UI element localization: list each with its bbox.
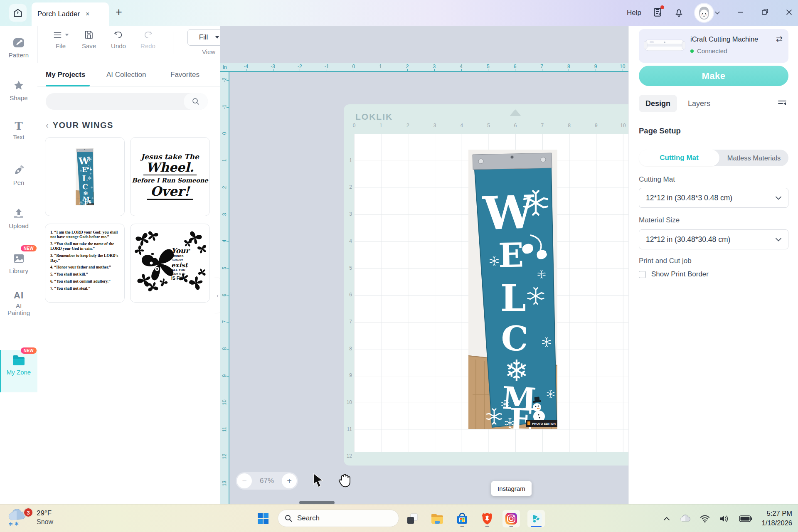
- avatar[interactable]: [695, 4, 713, 22]
- wifi-icon[interactable]: [700, 515, 710, 523]
- undo-icon: [113, 30, 124, 40]
- show-print-border-checkbox[interactable]: [639, 271, 646, 278]
- taskbar-instagram[interactable]: [502, 510, 520, 527]
- canvas-image-welcome-sign[interactable]: [468, 150, 557, 429]
- ruler-number-v: 10: [222, 398, 227, 407]
- sort-filter-icon[interactable]: [778, 100, 786, 107]
- zoom-in-button[interactable]: +: [282, 473, 297, 488]
- save-button[interactable]: Save: [82, 30, 96, 49]
- start-button[interactable]: [254, 510, 272, 527]
- tasklist-icon[interactable]: [652, 7, 663, 19]
- ruler-number: 3: [433, 64, 436, 69]
- project-card-jesus-take-the-wheel[interactable]: Jesus take The Wheel. Before I Run Someo…: [130, 137, 210, 216]
- mat-num: 10: [620, 123, 626, 128]
- battery-icon[interactable]: [739, 515, 752, 522]
- save-icon: [84, 30, 94, 40]
- sidebar-item-my-zone[interactable]: NEW My Zone: [0, 354, 37, 376]
- horizontal-scrollbar[interactable]: [299, 501, 335, 504]
- running-indicator: [461, 526, 464, 527]
- ruler-tick: [461, 69, 462, 71]
- new-tab-button[interactable]: +: [116, 6, 122, 19]
- minimize-button[interactable]: [737, 9, 744, 17]
- toggle-cutting-mat[interactable]: Cutting Mat: [639, 150, 719, 166]
- sidebar-item-ai-painting[interactable]: AI AI Painting: [0, 291, 37, 317]
- project-card-butterflies[interactable]: Your WINGS ALREADY exist ALL YOU have to…: [130, 224, 210, 303]
- chevron-down-icon[interactable]: [715, 11, 720, 15]
- sidebar-item-library[interactable]: NEW Library: [0, 252, 37, 274]
- new-badge: NEW: [21, 245, 37, 251]
- ruler-number-v: -1: [222, 102, 227, 111]
- taskbar-task-view[interactable]: [404, 510, 421, 527]
- ruler-number: 10: [620, 64, 625, 69]
- machine-card[interactable]: iCraft Cutting Machine Connected ⇄: [639, 29, 788, 63]
- pen-icon: [12, 164, 25, 177]
- taskbar-ms-store[interactable]: [453, 510, 471, 527]
- ruler-number-v: 8: [222, 344, 227, 353]
- close-tab-icon[interactable]: ×: [86, 10, 89, 18]
- back-chevron-icon[interactable]: ‹: [46, 121, 49, 130]
- toggle-matless-materials[interactable]: Matless Materials: [719, 150, 788, 166]
- ruler-tick-v: [227, 403, 229, 403]
- mat-rownum: 5: [345, 265, 352, 271]
- taskbar-search[interactable]: Search: [278, 510, 399, 527]
- close-button[interactable]: [786, 9, 792, 17]
- sidebar-item-text[interactable]: T Text: [0, 121, 37, 140]
- commandment-item: 4. “Honor your father and mother.”: [50, 265, 119, 269]
- weather-alert-badge: 3: [23, 507, 33, 517]
- tab-design[interactable]: Design: [639, 95, 677, 112]
- tab-ai-collection[interactable]: AI Collection: [106, 71, 146, 79]
- undo-button[interactable]: Undo: [111, 30, 126, 49]
- ruler-tick: [596, 69, 596, 71]
- tab-favorites[interactable]: Favorites: [170, 71, 200, 79]
- material-size-dropdown[interactable]: 12*12 in (30.48*30.48 cm): [639, 229, 788, 249]
- switch-machine-icon[interactable]: ⇄: [776, 34, 783, 44]
- machine-image: [644, 36, 685, 57]
- ruler-number: 9: [594, 64, 597, 69]
- ruler-number-v: 13: [222, 479, 227, 488]
- print-cut-label: Print and Cut job: [639, 257, 692, 265]
- ruler-tick-v: [227, 215, 229, 215]
- brave-icon: [481, 512, 493, 525]
- search-input[interactable]: [46, 93, 208, 110]
- zoom-out-button[interactable]: −: [237, 473, 252, 488]
- ruler-tick-v: [227, 268, 229, 269]
- toolbar-divider: [173, 32, 173, 54]
- file-menu-button[interactable]: File: [53, 30, 69, 49]
- tray-chevron-up-icon[interactable]: [663, 517, 670, 521]
- taskbar-loklik-app[interactable]: [527, 510, 545, 527]
- ai-icon: AI: [14, 291, 24, 300]
- restore-button[interactable]: [761, 8, 768, 17]
- help-link[interactable]: Help: [627, 9, 641, 17]
- cutting-mat-dropdown[interactable]: 12*12 in (30.48*3 0.48 cm): [639, 188, 788, 208]
- ruler-tick: [434, 69, 435, 71]
- home-button[interactable]: [9, 4, 27, 22]
- sidebar-item-upload[interactable]: Upload: [0, 207, 37, 229]
- sidebar-item-pattern[interactable]: Pattern: [0, 36, 37, 59]
- weather-widget[interactable]: 3 29°F Snow: [6, 507, 53, 528]
- project-card-welcome-sign[interactable]: [45, 137, 125, 216]
- select-tool-cursor-icon[interactable]: [313, 473, 325, 488]
- make-button[interactable]: Make: [639, 66, 788, 86]
- design-canvas[interactable]: LOKLIK 012345678910 123456789101112 -4-3…: [220, 26, 628, 504]
- tab-layers[interactable]: Layers: [681, 95, 717, 112]
- zoom-control: − 67% +: [236, 472, 298, 490]
- document-tab[interactable]: Porch Ladder ×: [32, 2, 109, 26]
- onedrive-icon[interactable]: [679, 515, 691, 523]
- search-button[interactable]: [184, 93, 208, 110]
- sidebar-item-shape[interactable]: Shape: [0, 79, 37, 101]
- redo-button[interactable]: Redo: [140, 30, 155, 49]
- taskbar-brave[interactable]: [478, 510, 496, 527]
- pan-hand-tool-icon[interactable]: [337, 472, 352, 488]
- taskbar-clock[interactable]: 5:27 PM 1/18/2026: [762, 509, 792, 528]
- commandment-item: 3. “Remember to keep holy the LORD's Day…: [50, 253, 119, 263]
- ruler-tick: [515, 69, 515, 71]
- project-card-commandments[interactable]: 1. “I am the LORD your God: you shall no…: [45, 224, 125, 303]
- taskbar-file-explorer[interactable]: [429, 510, 446, 527]
- tab-my-projects[interactable]: My Projects: [46, 71, 85, 79]
- volume-icon[interactable]: [719, 515, 730, 523]
- pattern-icon: [12, 36, 25, 49]
- star-icon: [12, 79, 25, 92]
- sidebar-item-pen[interactable]: Pen: [0, 164, 37, 186]
- projects-tabs: My Projects AI Collection Favorites: [37, 66, 220, 87]
- bell-icon[interactable]: [674, 7, 684, 19]
